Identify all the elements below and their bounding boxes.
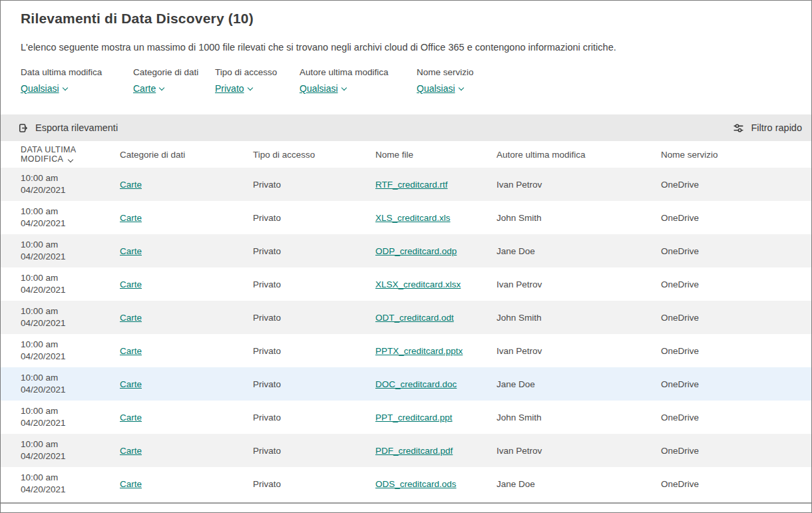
column-header-label: Tipo di accesso: [253, 150, 315, 160]
filter-label: Data ultima modifica: [21, 67, 133, 77]
filter-dropdown-nome-servizio[interactable]: Qualsiasi: [417, 83, 463, 94]
data-category-link[interactable]: Carte: [120, 246, 142, 256]
filter-dropdown-tipo-di-accesso[interactable]: Privato: [215, 83, 252, 94]
cell-service-name: OneDrive: [661, 201, 811, 234]
cell-data-category: Carte: [120, 367, 253, 401]
cell-file-name: PPTX_creditcard.pptx: [375, 334, 497, 367]
cell-service-name: OneDrive: [661, 467, 811, 500]
cell-service-name: OneDrive: [661, 301, 811, 334]
data-category-link[interactable]: Carte: [120, 180, 142, 190]
cell-last-modified: 10:00 am04/20/2021: [1, 367, 120, 401]
cell-last-modified: 10:00 am04/20/2021: [1, 434, 120, 467]
cell-service-name: OneDrive: [661, 334, 811, 367]
cell-last-modified: 10:00 am04/20/2021: [1, 267, 120, 301]
table-header-row: DATA ULTIMA MODIFICA Categorie di dati T…: [1, 141, 811, 168]
file-name-link[interactable]: DOC_creditcard.doc: [375, 379, 457, 389]
cell-data-category: Carte: [120, 234, 253, 267]
export-button-label: Esporta rilevamenti: [35, 122, 118, 133]
quick-filter-button[interactable]: Filtro rapido: [732, 122, 802, 134]
export-findings-button[interactable]: Esporta rilevamenti: [17, 122, 118, 134]
column-header-categorie-di-dati[interactable]: Categorie di dati: [120, 141, 253, 168]
file-name-link[interactable]: ODP_creditcard.odp: [375, 246, 457, 256]
cell-access-type: Privato: [253, 334, 375, 367]
filter-label: Nome servizio: [417, 67, 474, 77]
chevron-down-icon: [159, 85, 164, 90]
cell-service-name: OneDrive: [661, 401, 811, 434]
data-category-link[interactable]: Carte: [120, 346, 142, 356]
file-name-link[interactable]: PDF_creditcard.pdf: [375, 446, 453, 456]
cell-data-category: Carte: [120, 168, 253, 201]
cell-service-name: OneDrive: [661, 434, 811, 467]
filter-dropdown-categorie-di-dati[interactable]: Carte: [133, 83, 164, 94]
chevron-down-icon: [62, 85, 67, 90]
data-category-link[interactable]: Carte: [120, 446, 142, 456]
filter-dropdown-autore-ultima-modifica[interactable]: Qualsiasi: [300, 83, 346, 94]
findings-table: DATA ULTIMA MODIFICA Categorie di dati T…: [1, 141, 811, 500]
cell-file-name: ODS_creditcard.ods: [375, 467, 497, 500]
column-header-autore-ultima-modifica[interactable]: Autore ultima modifica: [497, 141, 661, 168]
table-row[interactable]: 10:00 am04/20/2021 Carte Privato RTF_cre…: [1, 168, 811, 201]
table-row[interactable]: 10:00 am04/20/2021 Carte Privato PPTX_cr…: [1, 334, 811, 367]
file-name-link[interactable]: ODS_creditcard.ods: [375, 479, 457, 489]
last-modified-date: 04/20/2021: [21, 384, 120, 396]
data-category-link[interactable]: Carte: [120, 213, 142, 223]
cell-access-type: Privato: [253, 168, 375, 201]
cell-last-modified: 10:00 am04/20/2021: [1, 234, 120, 267]
table-row[interactable]: 10:00 am04/20/2021 Carte Privato PDF_cre…: [1, 434, 811, 467]
file-name-link[interactable]: PPTX_creditcard.pptx: [375, 346, 463, 356]
table-row[interactable]: 10:00 am04/20/2021 Carte Privato PPT_cre…: [1, 401, 811, 434]
cell-file-name: DOC_creditcard.doc: [375, 367, 497, 401]
chevron-down-icon: [341, 85, 346, 90]
cell-last-modified: 10:00 am04/20/2021: [1, 334, 120, 367]
last-modified-date: 04/20/2021: [21, 184, 120, 196]
column-header-label: DATA ULTIMA MODIFICA: [21, 145, 76, 164]
data-category-link[interactable]: Carte: [120, 313, 142, 323]
filter-bar: Data ultima modifica Qualsiasi Categorie…: [21, 67, 811, 94]
filter-dropdown-value: Carte: [133, 83, 156, 94]
quick-filter-label: Filtro rapido: [751, 122, 802, 133]
file-name-link[interactable]: PPT_creditcard.ppt: [375, 413, 453, 423]
data-category-link[interactable]: Carte: [120, 379, 142, 389]
cell-data-category: Carte: [120, 434, 253, 467]
data-category-link[interactable]: Carte: [120, 413, 142, 423]
table-row[interactable]: 10:00 am04/20/2021 Carte Privato XLS_cre…: [1, 201, 811, 234]
cell-access-type: Privato: [253, 201, 375, 234]
cell-service-name: OneDrive: [661, 367, 811, 401]
file-name-link[interactable]: XLS_creditcard.xls: [375, 213, 451, 223]
last-modified-date: 04/20/2021: [21, 284, 120, 296]
last-modified-date: 04/20/2021: [21, 450, 120, 462]
column-header-label: Nome servizio: [661, 150, 718, 160]
filter-dropdown-value: Qualsiasi: [21, 83, 59, 94]
cell-service-name: OneDrive: [661, 267, 811, 301]
table-row[interactable]: 10:00 am04/20/2021 Carte Privato ODP_cre…: [1, 234, 811, 267]
table-row[interactable]: 10:00 am04/20/2021 Carte Privato ODT_cre…: [1, 301, 811, 334]
column-header-nome-file[interactable]: Nome file: [375, 141, 497, 168]
column-header-data-ultima-modifica[interactable]: DATA ULTIMA MODIFICA: [1, 141, 120, 168]
cell-file-name: PDF_creditcard.pdf: [375, 434, 497, 467]
last-modified-date: 04/20/2021: [21, 351, 120, 363]
cell-file-name: PPT_creditcard.ppt: [375, 401, 497, 434]
file-name-link[interactable]: XLSX_creditcard.xlsx: [375, 279, 461, 289]
file-name-link[interactable]: ODT_creditcard.odt: [375, 313, 454, 323]
filter-tipo-di-accesso: Tipo di accesso Privato: [215, 67, 300, 94]
cell-access-type: Privato: [253, 301, 375, 334]
export-icon: [17, 122, 29, 134]
table-row[interactable]: 10:00 am04/20/2021 Carte Privato XLSX_cr…: [1, 267, 811, 301]
table-row[interactable]: 10:00 am04/20/2021 Carte Privato DOC_cre…: [1, 367, 811, 401]
filter-dropdown-data-ultima-modifica[interactable]: Qualsiasi: [21, 83, 67, 94]
cell-file-name: ODT_creditcard.odt: [375, 301, 497, 334]
last-modified-time: 10:00 am: [21, 206, 120, 218]
table-body: 10:00 am04/20/2021 Carte Privato RTF_cre…: [1, 168, 811, 500]
table-bottom-border: [1, 502, 811, 504]
data-category-link[interactable]: Carte: [120, 279, 142, 289]
filter-nome-servizio: Nome servizio Qualsiasi: [417, 67, 474, 94]
cell-file-name: XLSX_creditcard.xlsx: [375, 267, 497, 301]
cell-last-modified-author: Jane Doe: [497, 467, 661, 500]
table-row[interactable]: 10:00 am04/20/2021 Carte Privato ODS_cre…: [1, 467, 811, 500]
column-header-tipo-di-accesso[interactable]: Tipo di accesso: [253, 141, 375, 168]
file-name-link[interactable]: RTF_creditcard.rtf: [375, 180, 448, 190]
cell-last-modified-author: Jane Doe: [497, 234, 661, 267]
cell-file-name: ODP_creditcard.odp: [375, 234, 497, 267]
column-header-nome-servizio[interactable]: Nome servizio: [661, 141, 811, 168]
data-category-link[interactable]: Carte: [120, 479, 142, 489]
